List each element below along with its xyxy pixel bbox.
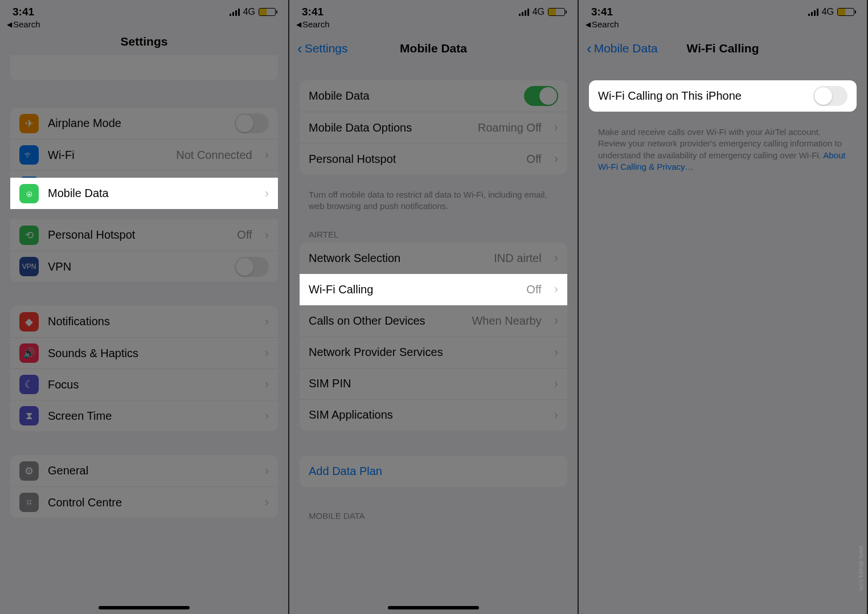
label: Mobile Data bbox=[48, 187, 252, 200]
airtel-group-bottom: Calls on Other Devices When Nearby › Net… bbox=[300, 305, 567, 431]
row-personal-hotspot[interactable]: Personal Hotspot Off › bbox=[300, 143, 567, 174]
label: Network Provider Services bbox=[309, 346, 542, 359]
profile-card-stub[interactable] bbox=[10, 55, 278, 80]
nav-back-button[interactable]: ‹ Settings bbox=[297, 42, 348, 55]
row-sounds-haptics[interactable]: 🔊 Sounds & Haptics › bbox=[10, 337, 278, 369]
battery-icon bbox=[837, 8, 854, 16]
chevron-right-icon: › bbox=[265, 228, 269, 243]
home-indicator[interactable] bbox=[99, 606, 190, 609]
row-wifi[interactable]: ᯤ Wi-Fi Not Connected › bbox=[10, 139, 278, 170]
screen-wifi-calling: 3:41 4G ◀ Search ‹ Mobile Data Wi-Fi Cal… bbox=[579, 0, 867, 614]
toggles-icon: ⌗ bbox=[19, 493, 39, 512]
chevron-right-icon: › bbox=[265, 314, 269, 329]
bell-icon: ◆ bbox=[19, 312, 39, 331]
row-mobile-data-toggle[interactable]: Mobile Data bbox=[300, 80, 567, 112]
nav-bar: Settings bbox=[0, 34, 288, 50]
label: Personal Hotspot bbox=[309, 153, 517, 166]
watermark: www.deuaq.com bbox=[858, 546, 865, 591]
wifi-calling-footer: Make and receive calls over Wi-Fi with y… bbox=[579, 122, 867, 186]
chevron-right-icon: › bbox=[554, 408, 558, 423]
hourglass-icon: ⧗ bbox=[19, 406, 39, 425]
network-label: 4G bbox=[533, 7, 544, 17]
row-sim-applications[interactable]: SIM Applications › bbox=[300, 399, 567, 431]
row-mobile-data-options[interactable]: Mobile Data Options Roaming Off › bbox=[300, 112, 567, 143]
home-indicator[interactable] bbox=[388, 606, 479, 609]
label: Add Data Plan bbox=[309, 465, 558, 478]
value: Not Connected bbox=[176, 149, 252, 162]
label: Calls on Other Devices bbox=[309, 314, 462, 328]
general-group: ⚙ General › ⌗ Control Centre › bbox=[10, 455, 278, 518]
chevron-right-icon: › bbox=[265, 346, 269, 361]
status-bar: 3:41 4G bbox=[0, 0, 288, 19]
row-wifi-calling[interactable]: Wi-Fi Calling Off › bbox=[300, 274, 567, 305]
row-network-provider-services[interactable]: Network Provider Services › bbox=[300, 337, 567, 368]
chevron-right-icon: › bbox=[554, 251, 558, 265]
chevron-right-icon: › bbox=[554, 376, 558, 391]
moon-icon: ☾ bbox=[19, 375, 39, 394]
status-bar: 3:41 4G bbox=[289, 0, 578, 19]
wifi-calling-toggle-group: Wi-Fi Calling on This iPhone bbox=[589, 80, 857, 112]
chevron-left-icon: ‹ bbox=[297, 45, 302, 52]
nav-bar: ‹ Mobile Data Wi-Fi Calling bbox=[579, 34, 867, 63]
row-calls-other-devices[interactable]: Calls on Other Devices When Nearby › bbox=[300, 305, 567, 337]
row-notifications[interactable]: ◆ Notifications › bbox=[10, 306, 278, 337]
wifi-calling-toggle[interactable] bbox=[813, 86, 847, 106]
value: When Nearby bbox=[472, 314, 541, 328]
add-data-plan-group: Add Data Plan bbox=[300, 456, 567, 487]
row-control-centre[interactable]: ⌗ Control Centre › bbox=[10, 486, 278, 518]
chevron-right-icon: › bbox=[265, 186, 269, 201]
label: SIM PIN bbox=[309, 377, 542, 390]
row-focus[interactable]: ☾ Focus › bbox=[10, 369, 278, 400]
row-screen-time[interactable]: ⧗ Screen Time › bbox=[10, 400, 278, 431]
value: Off bbox=[237, 228, 252, 241]
back-to-search[interactable]: ◀ Search bbox=[0, 19, 288, 34]
label: Notifications bbox=[48, 315, 252, 328]
chevron-right-icon: › bbox=[554, 345, 558, 360]
row-add-data-plan[interactable]: Add Data Plan bbox=[300, 456, 567, 487]
label: Airplane Mode bbox=[48, 117, 226, 130]
back-to-search[interactable]: ◀ Search bbox=[289, 19, 578, 34]
label: Mobile Data bbox=[309, 89, 515, 103]
row-mobile-data-highlight: ⍟ Mobile Data › bbox=[10, 178, 278, 209]
screen-mobile-data: 3:41 4G ◀ Search ‹ Settings Mobile Data … bbox=[289, 0, 578, 614]
row-mobile-data[interactable]: ⍟ Mobile Data › bbox=[10, 178, 278, 209]
chevron-right-icon: › bbox=[265, 377, 269, 392]
network-label: 4G bbox=[243, 7, 255, 17]
label: Mobile Data Options bbox=[309, 121, 469, 134]
row-general[interactable]: ⚙ General › bbox=[10, 455, 278, 486]
row-network-selection[interactable]: Network Selection IND airtel › bbox=[300, 243, 567, 274]
label: Control Centre bbox=[48, 496, 252, 509]
row-vpn[interactable]: VPN VPN bbox=[10, 251, 278, 282]
row-personal-hotspot[interactable]: ⟲ Personal Hotspot Off › bbox=[10, 219, 278, 251]
page-title: Settings bbox=[0, 35, 288, 48]
label: Wi-Fi Calling on This iPhone bbox=[598, 89, 804, 103]
row-wifi-calling-on-iphone[interactable]: Wi-Fi Calling on This iPhone bbox=[589, 80, 857, 112]
row-sim-pin[interactable]: SIM PIN › bbox=[300, 368, 567, 399]
mobile-data-group: Mobile Data Mobile Data Options Roaming … bbox=[300, 80, 567, 174]
chevron-right-icon: › bbox=[554, 152, 558, 166]
section-airtel: AIRTEL bbox=[289, 226, 578, 243]
screen-settings: 3:41 4G ◀ Search Settings ✈ Airplane Mod… bbox=[0, 0, 288, 614]
status-time: 3:41 bbox=[591, 6, 613, 18]
vpn-toggle[interactable] bbox=[235, 257, 269, 277]
signal-icon bbox=[808, 8, 818, 16]
battery-icon bbox=[259, 8, 276, 16]
airplane-toggle[interactable] bbox=[235, 113, 269, 133]
antenna-icon: ⍟ bbox=[19, 184, 39, 203]
chevron-right-icon: › bbox=[554, 282, 558, 297]
notifications-group: ◆ Notifications › 🔊 Sounds & Haptics › ☾… bbox=[10, 306, 278, 431]
signal-icon bbox=[519, 8, 529, 16]
airtel-group-top: Network Selection IND airtel › bbox=[300, 243, 567, 274]
label: SIM Applications bbox=[309, 408, 542, 421]
chevron-right-icon: › bbox=[554, 120, 558, 135]
signal-icon bbox=[230, 8, 240, 16]
nav-back-button[interactable]: ‹ Mobile Data bbox=[587, 42, 658, 55]
value: Off bbox=[526, 153, 541, 166]
row-airplane-mode[interactable]: ✈ Airplane Mode bbox=[10, 108, 278, 139]
value: Roaming Off bbox=[478, 121, 542, 134]
chevron-right-icon: › bbox=[265, 408, 269, 423]
chevron-right-icon: › bbox=[265, 464, 269, 478]
back-to-search[interactable]: ◀ Search bbox=[579, 19, 867, 34]
label: Wi-Fi bbox=[48, 149, 167, 162]
mobile-data-toggle[interactable] bbox=[524, 86, 558, 106]
